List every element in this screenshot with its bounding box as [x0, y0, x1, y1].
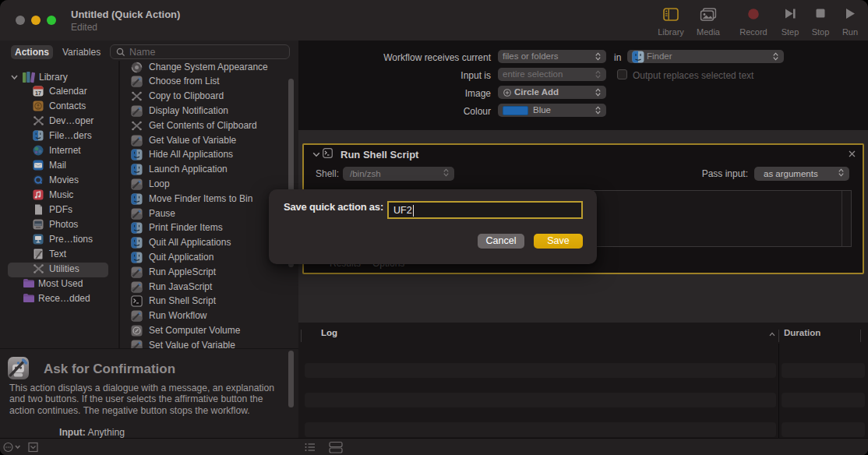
svg-text:17: 17 — [35, 90, 41, 96]
